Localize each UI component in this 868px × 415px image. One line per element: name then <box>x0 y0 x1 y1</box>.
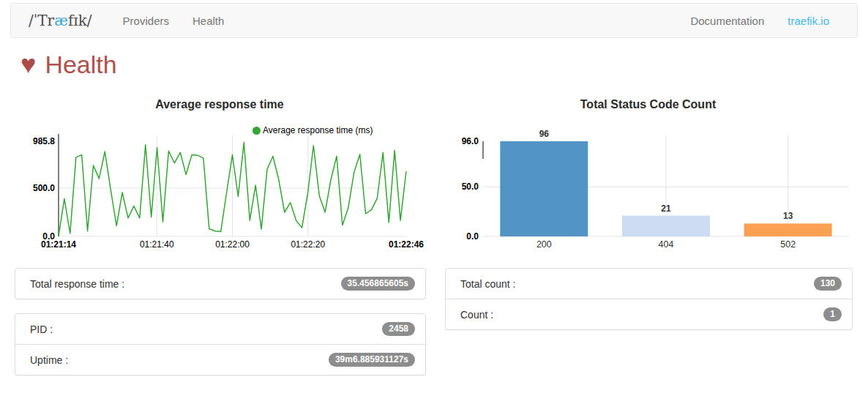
svg-text:01:21:40: 01:21:40 <box>140 239 174 250</box>
svg-text:01:21:14: 01:21:14 <box>41 239 76 250</box>
count-row: Count : 1 <box>446 299 852 329</box>
avg-response-time-chart: Average response time Average response t… <box>15 97 424 261</box>
svg-text:13: 13 <box>783 211 793 221</box>
traefik-health-page: /ˈTræfɪk/ Providers Health Documentation… <box>0 0 868 415</box>
brand-highlight: æ <box>54 12 68 29</box>
bar-chart-title: Total Status Code Count <box>445 98 851 111</box>
total-response-time-row: Total response time : 35.456865605s <box>15 269 425 299</box>
uptime-badge: 39m6.885931127s <box>329 353 415 367</box>
line-chart-canvas[interactable]: 0.0500.0985.801:21:1401:21:4001:22:0001:… <box>15 113 424 260</box>
count-panel: Total count : 130 Count : 1 <box>445 268 853 330</box>
nav-item-documentation[interactable]: Documentation <box>678 5 776 37</box>
bar-502[interactable]: 13502 <box>744 211 832 250</box>
uptime-row: Uptime : 39m6.885931127s <box>15 344 425 375</box>
uptime-label: Uptime : <box>30 354 68 366</box>
count-badge: 1 <box>823 307 842 321</box>
svg-text:96: 96 <box>539 129 550 139</box>
heart-icon: ♥ <box>20 51 36 78</box>
pid-label: PID : <box>30 324 53 335</box>
svg-text:21: 21 <box>661 203 671 214</box>
bar-200[interactable]: 96200 <box>500 129 588 250</box>
brand-post: fɪk/ <box>68 12 92 29</box>
page-title-text: Health <box>45 50 116 79</box>
svg-text:01:22:00: 01:22:00 <box>215 239 250 250</box>
svg-text:985.8: 985.8 <box>33 136 55 146</box>
total-count-badge: 130 <box>814 277 842 291</box>
total-count-label: Total count : <box>460 278 516 290</box>
line-chart-title: Average response time <box>15 98 424 111</box>
total-count-row: Total count : 130 <box>446 269 852 299</box>
nav-item-traefik-io[interactable]: traefik.io <box>776 5 841 37</box>
svg-text:500.0: 500.0 <box>33 183 55 193</box>
total-response-time-panel: Total response time : 35.456865605s <box>15 268 426 299</box>
svg-text:200: 200 <box>536 239 552 250</box>
svg-text:01:22:46: 01:22:46 <box>389 239 424 250</box>
page-title: ♥ Health <box>20 50 117 79</box>
svg-text:0.0: 0.0 <box>466 231 479 242</box>
total-response-time-badge: 35.456865605s <box>341 277 415 291</box>
bar-chart-canvas[interactable]: 0.050.096.0962002140413502 <box>445 113 851 260</box>
count-label: Count : <box>460 309 493 321</box>
pid-row: PID : 2458 <box>15 314 425 344</box>
svg-text:01:22:20: 01:22:20 <box>291 239 325 250</box>
bar-404[interactable]: 21404 <box>622 203 710 250</box>
svg-text:96.0: 96.0 <box>462 136 479 146</box>
pid-badge: 2458 <box>382 322 415 336</box>
svg-text:50.0: 50.0 <box>462 182 479 192</box>
nav-links: Providers Health <box>111 5 236 37</box>
status-code-count-chart: Total Status Code Count 0.050.096.096200… <box>445 97 851 261</box>
total-response-time-label: Total response time : <box>30 278 124 290</box>
nav-right: Documentation traefik.io <box>678 5 841 37</box>
nav-item-providers[interactable]: Providers <box>111 5 181 37</box>
brand-pre: /ˈTr <box>29 12 54 29</box>
nav-item-health[interactable]: Health <box>181 5 236 37</box>
process-info-panel: PID : 2458 Uptime : 39m6.885931127s <box>15 313 426 375</box>
svg-text:404: 404 <box>659 239 674 250</box>
svg-text:502: 502 <box>780 239 796 250</box>
navbar: /ˈTræfɪk/ Providers Health Documentation… <box>10 3 858 38</box>
traefik-logo[interactable]: /ˈTræfɪk/ <box>29 12 92 29</box>
